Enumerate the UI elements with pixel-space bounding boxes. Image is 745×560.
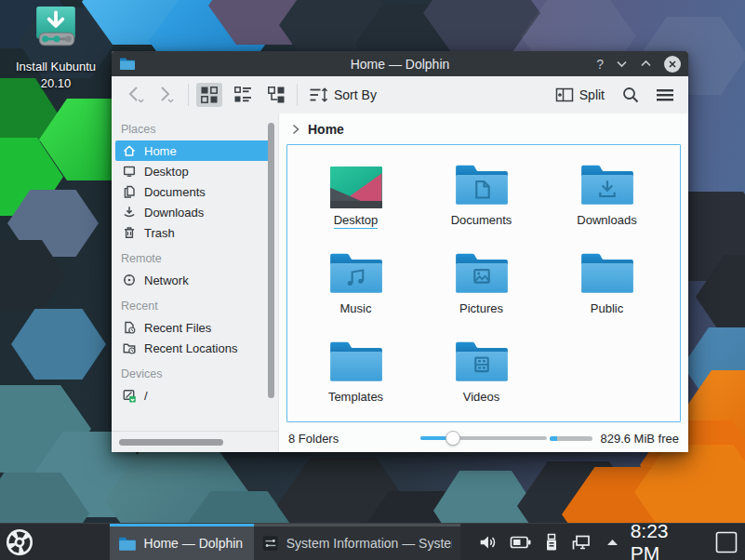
folder-label: Desktop [334, 213, 379, 229]
desktop-icon [122, 164, 137, 179]
toolbar: Sort By Split [112, 76, 688, 113]
downloads-icon [122, 205, 137, 220]
menu-button[interactable] [651, 83, 679, 107]
breadcrumb-location[interactable]: Home [308, 122, 344, 137]
folder-label: Pictures [459, 301, 503, 316]
hamburger-menu-icon [655, 86, 675, 104]
window-folder-icon [119, 57, 136, 71]
folder-icon [118, 536, 137, 552]
root-drive-icon [122, 388, 137, 403]
task-dolphin[interactable]: Home — Dolphin [110, 524, 255, 560]
back-button[interactable] [121, 82, 151, 108]
show-desktop-icon [713, 529, 739, 555]
folder-videos-icon [453, 339, 511, 385]
folder-music-icon [327, 250, 385, 297]
places-panel: Places Home Desktop Docume [112, 113, 279, 452]
help-button[interactable]: ? [596, 58, 604, 71]
search-button[interactable] [618, 83, 644, 107]
sidebar-vertical-scrollbar[interactable] [268, 123, 274, 398]
install-kubuntu-shortcut[interactable]: Install Kubuntu 20.10 [7, 6, 104, 91]
folder-label: Music [340, 301, 372, 316]
home-icon [122, 143, 137, 158]
forward-button[interactable] [151, 82, 180, 108]
folder-documents-icon [453, 162, 511, 208]
split-label: Split [579, 87, 605, 102]
icons-view-button[interactable] [196, 83, 222, 107]
disk-capacity-bar [550, 436, 592, 441]
wallpaper-hexagon [11, 309, 106, 380]
zoom-slider[interactable] [420, 431, 547, 446]
sort-by-button[interactable]: Sort By [305, 83, 380, 107]
folder-item-videos[interactable]: Videos [419, 333, 544, 421]
sort-icon [309, 86, 328, 104]
battery-icon[interactable] [510, 532, 532, 553]
free-space-label: 829.6 MiB free [600, 432, 679, 446]
minimize-button[interactable] [616, 60, 628, 68]
panel-spacer [39, 524, 109, 560]
sidebar-item-recent-files[interactable]: Recent Files [115, 317, 274, 338]
sidebar-item-root[interactable]: / [115, 385, 274, 406]
clock[interactable]: 8:23 PM [631, 524, 700, 560]
folder-item-templates[interactable]: Templates [293, 333, 419, 421]
breadcrumb[interactable]: Home [279, 113, 688, 144]
folder-label: Videos [463, 390, 500, 405]
titlebar[interactable]: Home — Dolphin ? [112, 51, 688, 76]
folder-label: Templates [328, 390, 383, 405]
trash-icon [122, 225, 137, 240]
folder-view[interactable]: Desktop Documents [286, 144, 681, 422]
sidebar-item-desktop[interactable]: Desktop [115, 161, 274, 181]
section-header-remote: Remote [121, 252, 269, 265]
folder-label: Documents [451, 213, 512, 228]
folder-downloads-icon [579, 162, 636, 208]
application-launcher-button[interactable] [0, 524, 39, 560]
folder-item-desktop[interactable]: Desktop [293, 156, 419, 245]
details-view-button[interactable] [263, 83, 289, 107]
close-icon [668, 60, 677, 69]
compact-view-icon [233, 86, 252, 104]
main-view: Home Desktop [279, 113, 688, 452]
sidebar-item-trash[interactable]: Trash [115, 222, 274, 243]
slider-handle[interactable] [446, 431, 460, 446]
volume-icon[interactable] [477, 532, 498, 553]
dolphin-window: Home — Dolphin ? [112, 51, 688, 452]
sidebar-item-downloads[interactable]: Downloads [115, 202, 274, 222]
folder-pictures-icon [453, 250, 511, 297]
desktop: Install Kubuntu 20.10 Home — Dolphin ? [0, 0, 745, 560]
task-system-information[interactable]: System Information — System ... [254, 524, 459, 560]
folder-item-documents[interactable]: Documents [419, 156, 544, 245]
items-count: 8 Folders [288, 432, 339, 446]
sidebar-item-documents[interactable]: Documents [115, 181, 274, 202]
forward-icon [154, 85, 177, 105]
section-header-devices: Devices [121, 367, 269, 380]
folder-label: Public [591, 301, 623, 316]
network-icon [122, 273, 137, 287]
close-button[interactable] [664, 56, 681, 73]
sidebar-horizontal-scrollbar[interactable] [119, 439, 223, 446]
expand-tray-arrow-icon[interactable] [605, 537, 619, 548]
sidebar-item-recent-locations[interactable]: Recent Locations [115, 338, 274, 358]
documents-icon [122, 184, 137, 199]
sidebar-item-home[interactable]: Home [115, 140, 274, 161]
maximize-button[interactable] [640, 60, 652, 68]
system-tray [477, 524, 619, 560]
folder-item-pictures[interactable]: Pictures [419, 245, 544, 333]
desktop-wallpaper-preview-icon [330, 167, 382, 208]
split-icon [555, 86, 574, 104]
statusbar: 8 Folders 829.6 MiB free [279, 424, 688, 452]
folder-plain-icon [327, 339, 385, 385]
compact-view-button[interactable] [230, 83, 256, 107]
network-icon[interactable] [571, 532, 593, 553]
back-icon [125, 85, 147, 105]
toolbar-separator [297, 84, 298, 106]
sort-by-label: Sort By [334, 87, 377, 102]
kinfocenter-icon [262, 534, 278, 553]
sidebar-item-network[interactable]: Network [115, 270, 274, 290]
usb-device-icon[interactable] [544, 532, 559, 553]
split-button[interactable]: Split [552, 83, 608, 107]
folder-item-public[interactable]: Public [544, 245, 670, 333]
toolbar-separator [188, 84, 189, 106]
section-header-places: Places [121, 123, 269, 136]
folder-item-downloads[interactable]: Downloads [544, 156, 670, 245]
folder-item-music[interactable]: Music [293, 245, 419, 333]
show-desktop-button[interactable] [713, 524, 739, 560]
